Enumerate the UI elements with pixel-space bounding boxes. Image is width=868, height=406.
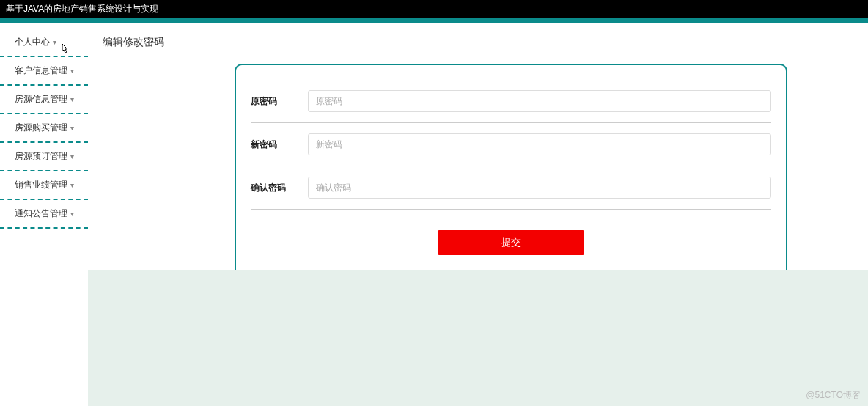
page-title: 编辑修改密码: [103, 36, 868, 49]
form-row-old-password: 原密码: [251, 80, 771, 123]
sidebar-item-label: 客户信息管理: [15, 64, 67, 77]
button-row: 提交: [251, 230, 771, 255]
chevron-down-icon: ▾: [70, 181, 74, 189]
chevron-down-icon: ▾: [70, 67, 74, 75]
submit-button[interactable]: 提交: [438, 230, 584, 255]
app-title: 基于JAVA的房地产销售系统设计与实现: [6, 4, 158, 14]
sidebar-item-customer-info[interactable]: 客户信息管理 ▾: [0, 57, 88, 86]
watermark: @51CTO博客: [806, 389, 861, 402]
chevron-down-icon: ▾: [70, 152, 74, 160]
old-password-input[interactable]: [308, 90, 771, 112]
confirm-password-input[interactable]: [308, 177, 771, 199]
sidebar-item-house-booking[interactable]: 房源预订管理 ▾: [0, 143, 88, 171]
top-bar: 基于JAVA的房地产销售系统设计与实现: [0, 0, 868, 18]
sidebar-item-house-info[interactable]: 房源信息管理 ▾: [0, 86, 88, 114]
sidebar-item-personal-center[interactable]: 个人中心 ▾: [0, 29, 88, 57]
chevron-down-icon: ▾: [53, 38, 56, 46]
old-password-label: 原密码: [251, 95, 295, 108]
confirm-password-label: 确认密码: [251, 182, 295, 194]
sidebar-item-house-purchase[interactable]: 房源购买管理 ▾: [0, 114, 88, 143]
sidebar-item-label: 个人中心: [15, 36, 50, 48]
chevron-down-icon: ▾: [70, 95, 74, 103]
sidebar-item-notice[interactable]: 通知公告管理 ▾: [0, 200, 88, 229]
chevron-down-icon: ▾: [70, 124, 74, 132]
sidebar-item-label: 房源预订管理: [15, 150, 67, 163]
header-stripe: [0, 18, 868, 23]
password-form-card: 原密码 新密码 确认密码 提交: [235, 64, 787, 286]
sidebar-item-label: 通知公告管理: [15, 207, 67, 220]
new-password-label: 新密码: [251, 139, 295, 151]
sidebar: 个人中心 ▾ 客户信息管理 ▾ 房源信息管理 ▾ 房源购买管理 ▾ 房源预订管理…: [0, 23, 88, 406]
sidebar-item-label: 销售业绩管理: [15, 179, 67, 191]
bottom-area: [88, 270, 868, 406]
sidebar-item-label: 房源信息管理: [15, 93, 67, 106]
new-password-input[interactable]: [308, 133, 771, 155]
sidebar-item-label: 房源购买管理: [15, 122, 67, 134]
sidebar-item-sales-performance[interactable]: 销售业绩管理 ▾: [0, 171, 88, 200]
chevron-down-icon: ▾: [70, 210, 74, 218]
form-row-confirm-password: 确认密码: [251, 166, 771, 210]
form-row-new-password: 新密码: [251, 123, 771, 166]
